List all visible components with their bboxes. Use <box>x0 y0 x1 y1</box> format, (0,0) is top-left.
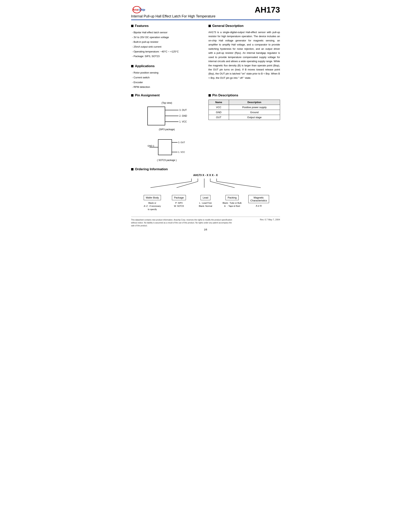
subtitle: Internal Pull-up Hall Effect Latch For H… <box>131 14 216 18</box>
lead-label: Lead <box>201 195 210 200</box>
feature-item: Bipolar Hall effect latch sensor <box>132 30 203 35</box>
logo-area: Ana Chip Internal Pull-up Hall Effect La… <box>131 6 216 18</box>
pin-name: OUT <box>208 115 229 120</box>
svg-text:2.  GND: 2. GND <box>179 114 187 117</box>
svg-text:GND 2.: GND 2. <box>148 145 155 147</box>
pin-section-row: Pin Assignment (Top view) 3. OUT 2. GND … <box>131 94 280 163</box>
pin-assignment-section: Pin Assignment (Top view) 3. OUT 2. GND … <box>131 94 203 163</box>
ordering-diagram: AH173 X - X X X - X <box>140 173 271 211</box>
top-view-label: (Top view) <box>131 102 203 104</box>
svg-line-20 <box>150 181 191 188</box>
feature-item: 3V to 20V DC operation voltage <box>132 35 203 40</box>
packing-box: Packing Blank : Tube or BulkA : Tape & R… <box>220 195 245 208</box>
wafer-body-desc: Blank orA~Z : if necessaryto specify <box>144 201 161 211</box>
app-item: RPM detection <box>132 85 203 90</box>
table-row: GND Ground <box>208 110 280 115</box>
svg-line-27 <box>217 181 261 188</box>
app-item: Current switch <box>132 75 203 80</box>
footer-revision: Rev. 0.7 May 7, 2004 <box>260 218 280 221</box>
svg-line-22 <box>177 181 198 188</box>
pin-descriptions-section: Pin Descriptions Name Description VCC Po… <box>208 94 280 163</box>
bullet-icon <box>131 168 133 171</box>
wafer-body-box: Wafer Body Blank orA~Z : if necessaryto … <box>140 195 165 211</box>
sot23-drawing: GND 2. 3. OUT 1. VCC <box>148 139 186 158</box>
bullet-icon <box>208 25 211 27</box>
table-row: VCC Positive power supply <box>208 105 280 110</box>
bullet-icon <box>131 25 133 27</box>
magnetic-label: MagneticCharacteristics <box>248 195 269 203</box>
sot23-label: ( SOT23 package ) <box>131 159 203 162</box>
lead-desc: L : Lead FreeBlank: Normal <box>199 201 212 208</box>
page-header: Ana Chip Internal Pull-up Hall Effect La… <box>131 6 280 18</box>
feature-item: Package: SIP3, SOT23 <box>132 54 203 59</box>
pin-name: GND <box>208 110 229 115</box>
general-description-section: General Description AH173 is a single-di… <box>208 24 280 90</box>
pin-descriptions-title: Pin Descriptions <box>208 94 280 97</box>
sip3-svg: 3. OUT 2. GND 1. VCC <box>146 106 188 127</box>
footer-disclaimer: This datasheet contains new product info… <box>131 218 235 227</box>
general-description-text: AH173 is a single-digital-output Hall-ef… <box>208 30 280 80</box>
package-label-box: Package <box>172 195 186 200</box>
lead-box: Lead L : Lead FreeBlank: Normal <box>193 195 218 208</box>
chip-title: AH173 <box>255 6 280 14</box>
svg-text:1. VCC: 1. VCC <box>178 151 185 153</box>
page-footer: This datasheet contains new product info… <box>131 217 280 227</box>
svg-text:Chip: Chip <box>139 8 145 11</box>
pin-table: Name Description VCC Positive power supp… <box>208 100 280 120</box>
package-desc: P: SIP3W: SOT23 <box>174 201 184 208</box>
sot23-svg: GND 2. 3. OUT 1. VCC <box>148 139 186 158</box>
ordering-title: Ordering Information <box>131 167 280 171</box>
col-name-header: Name <box>208 100 229 105</box>
applications-title: Applications <box>131 64 203 68</box>
svg-rect-3 <box>148 107 165 125</box>
bullet-icon <box>131 94 133 96</box>
sip3-diagram: (Top view) 3. OUT 2. GND 1. VCC (SIP3 pa… <box>131 100 203 133</box>
pin-desc: Ground <box>229 110 280 115</box>
feature-item: Built-in pull-up resistor <box>132 40 203 45</box>
bullet-icon <box>131 65 133 67</box>
svg-rect-10 <box>158 140 172 155</box>
svg-text:3.  OUT: 3. OUT <box>179 109 187 111</box>
pin-assignment-title: Pin Assignment <box>131 94 203 97</box>
bullet-icon <box>208 94 211 96</box>
header-divider <box>131 19 280 20</box>
top-two-col: Features Bipolar Hall effect latch senso… <box>131 24 280 90</box>
package-box: Package P: SIP3W: SOT23 <box>166 195 191 208</box>
part-number-label: AH173 X - X X X - X <box>140 173 271 177</box>
table-header-row: Name Description <box>208 100 280 105</box>
packing-label: Packing <box>225 195 239 200</box>
app-item: Rotor position sensing <box>132 70 203 75</box>
pin-desc: Positive power supply <box>229 105 280 110</box>
anachip-logo: Ana Chip <box>131 6 152 14</box>
magnetic-box: MagneticCharacteristics A or B <box>246 195 271 208</box>
features-list: Bipolar Hall effect latch sensor 3V to 2… <box>131 30 203 59</box>
applications-list: Rotor position sensing Current switch En… <box>131 70 203 90</box>
sot23-diagram: GND 2. 3. OUT 1. VCC ( SOT23 package ) <box>131 137 203 163</box>
ordering-boxes: Wafer Body Blank orA~Z : if necessaryto … <box>140 195 271 211</box>
sip3-drawing: 3. OUT 2. GND 1. VCC <box>146 106 188 127</box>
ordering-section: Ordering Information AH173 X - X X X - X <box>131 167 280 211</box>
svg-text:Ana: Ana <box>133 8 138 11</box>
general-description-title: General Description <box>208 24 280 28</box>
features-section: Features Bipolar Hall effect latch senso… <box>131 24 203 90</box>
pin-desc: Output stage <box>229 115 280 120</box>
app-item: Encoder <box>132 80 203 85</box>
svg-text:3. OUT: 3. OUT <box>178 141 185 143</box>
col-desc-header: Description <box>229 100 280 105</box>
magnetic-desc: A or B <box>256 204 262 208</box>
table-row: OUT Output stage <box>208 115 280 120</box>
feature-item: Operating temperature: −40°C ~ +125°C <box>132 49 203 54</box>
features-title: Features <box>131 24 203 28</box>
feature-item: 25mA output sink current <box>132 45 203 49</box>
wafer-body-label: Wafer Body <box>144 195 161 200</box>
pin-name: VCC <box>208 105 229 110</box>
svg-text:1.  VCC: 1. VCC <box>179 120 187 123</box>
applications-section: Applications Rotor position sensing Curr… <box>131 64 203 90</box>
page-number: 1/6 <box>131 228 280 231</box>
packing-desc: Blank : Tube or BulkA : Tape & Reel <box>223 201 242 208</box>
sip3-label: (SIP3 package) <box>131 128 203 131</box>
connector-svg <box>140 178 271 189</box>
